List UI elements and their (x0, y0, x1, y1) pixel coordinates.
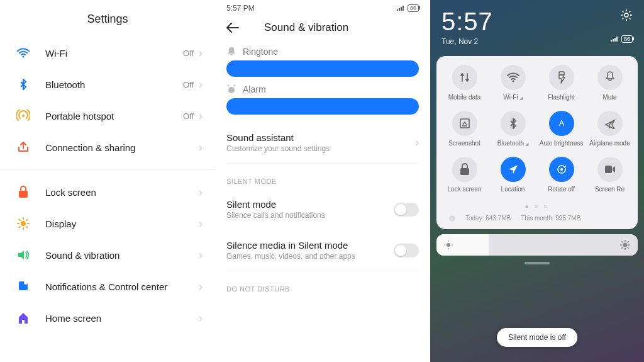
chevron-right-icon: › (199, 249, 203, 262)
plane-icon (597, 111, 623, 136)
qs-tile-screen-re[interactable]: Screen Re (587, 157, 633, 193)
settings-item-bluetooth[interactable]: BluetoothOff› (0, 69, 215, 100)
home-icon (16, 311, 30, 325)
settings-item-status: Off (183, 48, 194, 58)
qs-tile-label: Screen Re (595, 186, 625, 193)
battery-icon: 86 (408, 4, 419, 12)
settings-item-label: Sound & vibration (45, 250, 199, 261)
brightness-high-icon (620, 240, 630, 250)
svg-line-34 (621, 241, 623, 242)
silence-media-row[interactable]: Silence media in Silent mode Games, musi… (226, 230, 419, 271)
share-icon (16, 140, 30, 154)
lock-icon (16, 185, 30, 199)
screenrec-icon (597, 157, 623, 182)
qs-tile-flashlight[interactable]: Flashlight (538, 65, 585, 101)
qs-tile-label: Mute (602, 94, 616, 101)
qs-tile-airplane-mode[interactable]: Airplane mode (587, 111, 633, 147)
sound-vibration-panel: 5:57 PM 86 Sound & vibration Ringtone Al… (215, 0, 430, 362)
silent-mode-category: SILENT MODE (226, 178, 419, 185)
location-icon (501, 157, 526, 182)
svg-text:A: A (558, 118, 564, 128)
ringtone-slider[interactable] (226, 60, 419, 77)
quick-settings-card: Mobile dataWi-Fi◢FlashlightMuteScreensho… (436, 56, 638, 229)
bell-icon (16, 280, 30, 293)
silence-media-toggle[interactable] (394, 244, 419, 257)
silent-mode-toggle[interactable] (394, 203, 419, 217)
screenshot-icon (452, 111, 477, 136)
screen-title: Sound & vibration (264, 21, 348, 34)
volume-icon (16, 248, 30, 262)
settings-item-sound-vibration[interactable]: Sound & vibration› (0, 239, 215, 271)
svg-rect-20 (460, 168, 469, 175)
qs-tile-wi-fi[interactable]: Wi-Fi◢ (490, 65, 536, 101)
svg-point-1 (22, 115, 25, 117)
signal-icon (396, 5, 405, 11)
svg-line-11 (19, 227, 21, 228)
settings-item-lock-screen[interactable]: Lock screen› (0, 176, 215, 208)
hotspot-icon (16, 109, 30, 123)
settings-item-label: Home screen (45, 313, 199, 324)
chevron-right-icon: › (199, 141, 203, 154)
drawer-handle[interactable] (525, 262, 550, 264)
svg-point-0 (23, 56, 25, 58)
qs-tile-screenshot[interactable]: Screenshot (441, 111, 488, 147)
qs-tile-label: Screenshot (448, 140, 480, 147)
qs-tile-label: Flashlight (548, 94, 575, 101)
qs-tile-mobile-data[interactable]: Mobile data (441, 65, 488, 101)
rotate-icon (549, 157, 574, 182)
settings-item-portable-hotspot[interactable]: Portable hotspotOff› (0, 100, 215, 132)
svg-point-29 (623, 243, 628, 247)
autob-icon: A (549, 111, 574, 136)
data-usage-row[interactable]: Today: 643.7MB This month: 995.7MB (440, 215, 634, 223)
sun-icon (16, 217, 30, 230)
wifi-icon (501, 65, 526, 90)
date: Tue, Nov 2 (441, 37, 633, 46)
svg-line-36 (628, 241, 629, 242)
back-button[interactable] (226, 23, 239, 33)
quick-settings-panel: 5:57 Tue, Nov 2 86 Mobile dataWi-Fi◢Flas… (430, 0, 644, 362)
header: Sound & vibration (215, 15, 430, 40)
silent-mode-row[interactable]: Silent mode Silence calls and notificati… (226, 189, 419, 230)
svg-line-10 (26, 220, 28, 221)
settings-item-connection-sharing[interactable]: Connection & sharing› (0, 132, 215, 163)
qs-tile-label: Bluetooth◢ (497, 140, 528, 147)
alarm-label: Alarm (226, 84, 419, 94)
qs-tile-auto-brightness[interactable]: AAuto brightness (538, 111, 585, 147)
qs-tile-label: Location (501, 186, 525, 193)
qs-tile-rotate-off[interactable]: Rotate off (538, 157, 585, 193)
qs-tile-label: Wi-Fi◢ (503, 94, 522, 101)
settings-item-notifications-control-center[interactable]: Notifications & Control center› (0, 271, 215, 302)
svg-point-15 (625, 13, 628, 17)
page-indicator: ● ○ ○ (440, 203, 634, 210)
alarm-slider[interactable] (226, 98, 419, 115)
settings-item-wi-fi[interactable]: Wi-FiOff› (0, 37, 215, 69)
settings-item-label: Portable hotspot (45, 111, 183, 122)
svg-rect-2 (19, 191, 28, 198)
settings-item-home-screen[interactable]: Home screen› (0, 302, 215, 334)
settings-item-label: Connection & sharing (45, 142, 199, 153)
qs-tile-bluetooth[interactable]: Bluetooth◢ (490, 111, 536, 147)
svg-line-37 (621, 247, 623, 249)
settings-item-label: Display (45, 218, 199, 229)
sound-assistant-row[interactable]: Sound assistant Customize your sound set… (226, 122, 419, 164)
bluetooth-icon (501, 111, 526, 136)
qs-tile-label: Rotate off (548, 186, 575, 193)
clock: 5:57 (441, 8, 633, 36)
qs-tile-label: Airplane mode (589, 140, 630, 147)
settings-item-display[interactable]: Display› (0, 208, 215, 239)
qs-tile-location[interactable]: Location (490, 157, 536, 193)
battery-icon: 86 (621, 35, 633, 43)
chevron-right-icon: › (199, 110, 203, 123)
usage-month: This month: 995.7MB (521, 215, 580, 222)
chevron-right-icon: › (199, 186, 203, 199)
status-indicators: 86 (610, 35, 633, 43)
usage-dot-icon (449, 215, 455, 222)
qs-tile-label: Auto brightness (540, 140, 584, 147)
qs-tile-lock-screen[interactable]: Lock screen (441, 157, 488, 193)
mute-icon (597, 65, 623, 90)
brightness-slider[interactable] (436, 234, 638, 256)
svg-point-22 (560, 168, 563, 171)
settings-gear-icon[interactable] (620, 9, 633, 21)
chevron-right-icon: › (199, 78, 203, 91)
qs-tile-mute[interactable]: Mute (587, 65, 633, 101)
